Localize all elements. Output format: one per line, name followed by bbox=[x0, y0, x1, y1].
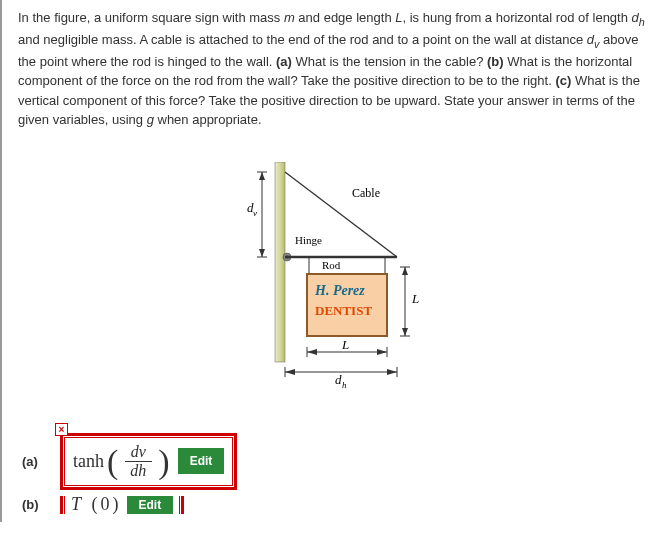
edit-button[interactable]: Edit bbox=[127, 496, 174, 514]
svg-marker-3 bbox=[259, 172, 265, 180]
sign-line2: DENTIST bbox=[315, 303, 372, 318]
physics-figure: d v Cable Hinge Rod H. Perez DENTIST L L bbox=[227, 162, 447, 397]
svg-rect-0 bbox=[275, 162, 285, 362]
answer-box-a[interactable]: tanh ( dv dh ) Edit bbox=[60, 433, 237, 490]
svg-marker-16 bbox=[402, 328, 408, 336]
answer-row-b: (b) × T (0) Edit bbox=[10, 496, 664, 514]
close-icon[interactable]: × bbox=[55, 423, 68, 436]
part-label-b: (b) bbox=[22, 497, 50, 512]
svg-marker-26 bbox=[387, 369, 397, 375]
question-body: In the figure, a uniform square sign wit… bbox=[18, 10, 645, 127]
sign-line1: H. Perez bbox=[314, 283, 365, 298]
l-bottom-label: L bbox=[341, 337, 349, 352]
formula-b: T (0) bbox=[71, 496, 119, 514]
dh-label: d bbox=[335, 372, 342, 387]
figure-container: d v Cable Hinge Rod H. Perez DENTIST L L bbox=[10, 142, 664, 427]
dv-sub: v bbox=[253, 208, 257, 218]
svg-marker-20 bbox=[307, 349, 317, 355]
svg-marker-4 bbox=[259, 249, 265, 257]
part-label-a: (a) bbox=[22, 454, 50, 469]
question-text: In the figure, a uniform square sign wit… bbox=[10, 8, 664, 142]
answer-row-a: (a) × tanh ( dv dh ) Edit bbox=[10, 427, 664, 496]
cable-label: Cable bbox=[352, 186, 380, 200]
svg-marker-25 bbox=[285, 369, 295, 375]
edit-button[interactable]: Edit bbox=[178, 448, 225, 474]
l-side-label: L bbox=[411, 291, 419, 306]
formula-a: tanh ( dv dh ) bbox=[73, 444, 170, 479]
hinge-label: Hinge bbox=[295, 234, 322, 246]
svg-marker-15 bbox=[402, 267, 408, 275]
rod-label: Rod bbox=[322, 259, 341, 271]
svg-marker-21 bbox=[377, 349, 387, 355]
answer-box-b[interactable]: T (0) Edit bbox=[60, 496, 184, 514]
dh-sub: h bbox=[342, 380, 347, 390]
